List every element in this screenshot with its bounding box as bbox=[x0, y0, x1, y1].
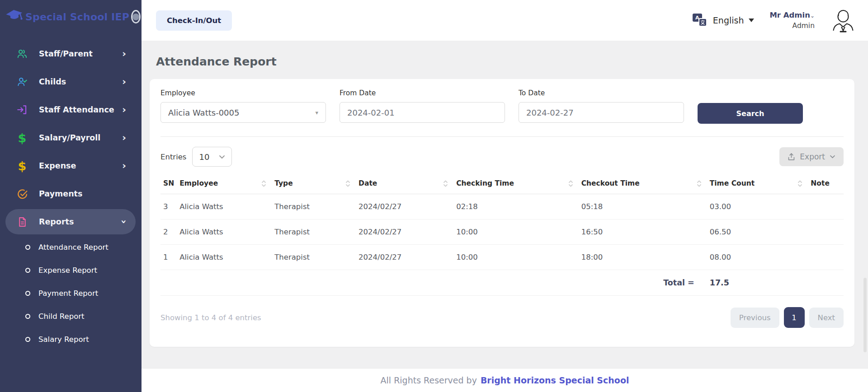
col-header-sn[interactable]: SN bbox=[160, 175, 177, 194]
caret-down-icon bbox=[749, 19, 754, 22]
cell-checkout-time: 16:50 bbox=[579, 219, 707, 245]
sidebar-nav: Staff/Parent › Childs › bbox=[0, 30, 142, 351]
cell-note bbox=[808, 245, 844, 270]
export-button[interactable]: Export bbox=[779, 147, 844, 166]
bullet-icon bbox=[25, 291, 30, 296]
sidebar-item-childs[interactable]: Childs › bbox=[0, 68, 142, 96]
sidebar-subitem-label: Salary Report bbox=[38, 335, 89, 344]
sidebar-subitem-expense-report[interactable]: Expense Report bbox=[0, 259, 142, 282]
app-title: Special School IEP bbox=[25, 11, 129, 23]
entries-select[interactable]: 10 bbox=[192, 147, 232, 167]
chevron-right-icon: › bbox=[122, 133, 126, 143]
col-header-checkout-time[interactable]: Checkout Time bbox=[579, 175, 707, 194]
scrollbar-thumb[interactable] bbox=[863, 278, 867, 352]
sidebar-item-label: Childs bbox=[39, 77, 66, 86]
cell-employee: Alicia Watts bbox=[177, 194, 272, 219]
check-circle-icon bbox=[15, 188, 29, 200]
col-header-employee[interactable]: Employee bbox=[177, 175, 272, 194]
sidebar-subitem-payment-report[interactable]: Payment Report bbox=[0, 282, 142, 305]
sidebar-item-salary-payroll[interactable]: $ Salary/Payroll › bbox=[0, 124, 142, 152]
users-icon bbox=[15, 48, 29, 60]
sort-icon[interactable] bbox=[568, 180, 573, 187]
entries-control: Entries 10 bbox=[160, 147, 232, 167]
bullet-icon bbox=[25, 337, 30, 342]
export-label: Export bbox=[800, 152, 825, 161]
cell-checkout-time: 05:18 bbox=[579, 194, 707, 219]
dollar-icon: $ bbox=[15, 132, 29, 144]
current-page-button[interactable]: 1 bbox=[784, 307, 805, 328]
entries-label: Entries bbox=[160, 153, 186, 161]
sort-icon[interactable] bbox=[797, 180, 802, 187]
cell-sn: 3 bbox=[160, 194, 177, 219]
total-spacer bbox=[160, 270, 579, 296]
from-date-field: From Date 2024-02-01 bbox=[340, 89, 505, 124]
to-date-input[interactable]: 2024-02-27 bbox=[519, 102, 684, 123]
sidebar-item-staff-parent[interactable]: Staff/Parent › bbox=[0, 40, 142, 68]
previous-page-button[interactable]: Previous bbox=[731, 308, 779, 328]
to-date-label: To Date bbox=[519, 89, 684, 97]
login-arrow-icon bbox=[15, 104, 29, 116]
sort-icon[interactable] bbox=[345, 180, 350, 187]
to-date-field: To Date 2024-02-27 bbox=[519, 89, 684, 124]
check-in-out-button[interactable]: Check-In/Out bbox=[156, 10, 232, 31]
content-area: Attendance Report Employee Alicia Watts-… bbox=[142, 41, 868, 368]
bullet-icon bbox=[25, 314, 30, 319]
avatar[interactable] bbox=[830, 7, 856, 33]
sidebar-item-reports[interactable]: Reports › bbox=[5, 209, 136, 234]
col-header-label: Time Count bbox=[710, 179, 755, 187]
cell-checking-time: 10:00 bbox=[453, 219, 579, 245]
sort-icon[interactable] bbox=[697, 180, 702, 187]
export-icon bbox=[788, 153, 795, 161]
total-row: Total = 17.5 bbox=[160, 270, 844, 296]
page-title: Attendance Report bbox=[156, 55, 854, 68]
cell-time-count: 08.00 bbox=[707, 245, 808, 270]
sidebar-collapse-toggle[interactable] bbox=[131, 10, 141, 23]
sidebar-subitem-label: Child Report bbox=[38, 312, 85, 321]
chevron-right-icon: › bbox=[122, 77, 126, 87]
sidebar-item-payments[interactable]: Payments bbox=[0, 180, 142, 208]
sidebar-item-expense[interactable]: $ Expense › bbox=[0, 152, 142, 180]
total-value: 17.5 bbox=[707, 270, 808, 296]
pagination: Previous 1 Next bbox=[731, 307, 844, 328]
logo-row: Special School IEP bbox=[0, 0, 142, 30]
chevron-down-icon: ⌄ bbox=[810, 13, 815, 19]
col-header-note[interactable]: Note bbox=[808, 175, 844, 194]
sidebar-subitem-salary-report[interactable]: Salary Report bbox=[0, 328, 142, 351]
from-date-input[interactable]: 2024-02-01 bbox=[340, 102, 505, 123]
col-header-label: Employee bbox=[179, 179, 218, 187]
employee-label: Employee bbox=[160, 89, 326, 97]
col-header-type[interactable]: Type bbox=[272, 175, 356, 194]
sidebar-item-staff-attendance[interactable]: Staff Attendance › bbox=[0, 96, 142, 124]
footer-text: All Rights Reserved by bbox=[381, 375, 477, 385]
from-date-value: 2024-02-01 bbox=[347, 108, 395, 117]
chevron-right-icon: › bbox=[122, 161, 126, 171]
user-menu[interactable]: Mr Admin⌄ Admin bbox=[769, 10, 815, 31]
translate-icon: A bbox=[693, 13, 709, 28]
graduation-cap-icon bbox=[5, 7, 24, 26]
select-caret-icon: ▾ bbox=[315, 109, 318, 116]
cell-date: 2024/02/27 bbox=[356, 194, 453, 219]
user-role: Admin bbox=[769, 21, 815, 31]
sidebar-subitem-label: Attendance Report bbox=[38, 243, 108, 252]
col-header-time-count[interactable]: Time Count bbox=[707, 175, 808, 194]
sort-icon[interactable] bbox=[261, 180, 266, 187]
col-header-date[interactable]: Date bbox=[356, 175, 453, 194]
cell-type: Therapist bbox=[272, 219, 356, 245]
sort-icon[interactable] bbox=[443, 180, 448, 187]
table-row: 3 Alicia Watts Therapist 2024/02/27 02:1… bbox=[160, 194, 844, 219]
language-selector[interactable]: A English bbox=[693, 13, 755, 28]
sidebar-item-label: Payments bbox=[39, 189, 82, 198]
col-header-checking-time[interactable]: Checking Time bbox=[453, 175, 579, 194]
search-button[interactable]: Search bbox=[698, 103, 803, 124]
employee-select[interactable]: Alicia Watts-0005 ▾ bbox=[160, 102, 326, 123]
next-page-button[interactable]: Next bbox=[809, 308, 844, 328]
sidebar-subitem-child-report[interactable]: Child Report bbox=[0, 305, 142, 328]
cell-note bbox=[808, 219, 844, 245]
bullet-icon bbox=[25, 268, 30, 273]
sidebar-subitem-attendance-report[interactable]: Attendance Report bbox=[0, 236, 142, 259]
sidebar: Special School IEP Staff/Parent › bbox=[0, 0, 142, 392]
col-header-label: Checking Time bbox=[456, 179, 514, 187]
sidebar-item-label: Reports bbox=[39, 217, 74, 226]
attendance-report-card: Employee Alicia Watts-0005 ▾ From Date 2… bbox=[150, 79, 854, 347]
footer-school-link[interactable]: Bright Horizons Special School bbox=[481, 375, 629, 385]
